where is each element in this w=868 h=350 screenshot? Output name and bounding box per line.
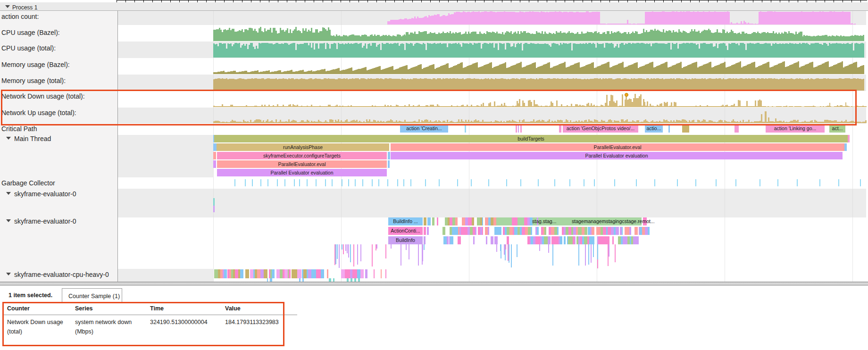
- slice[interactable]: [559, 125, 561, 133]
- slice-action-linking-go-[interactable]: action 'Linking go...: [766, 125, 825, 133]
- slice[interactable]: [848, 135, 850, 142]
- mini-slice[interactable]: [213, 198, 215, 206]
- slice[interactable]: [520, 125, 522, 133]
- slice[interactable]: [213, 152, 216, 159]
- collapse-triangle-icon: [6, 219, 11, 222]
- gc-tick: [387, 179, 388, 186]
- col-header-value[interactable]: Value: [225, 305, 241, 312]
- slice[interactable]: [427, 217, 431, 225]
- stack-hair: [418, 244, 419, 266]
- slice-parallel-evaluator-evaluation[interactable]: Parallel Evaluator evaluation: [217, 169, 387, 176]
- stack-hair: [597, 244, 598, 259]
- collapse-triangle-icon: [6, 273, 11, 275]
- stack-hair: [353, 244, 354, 267]
- gc-tick: [819, 179, 820, 186]
- gc-tick: [355, 179, 356, 186]
- gc-tick: [410, 179, 411, 186]
- slice[interactable]: [427, 227, 429, 235]
- cell-counter-line2: (total): [7, 328, 22, 335]
- slice[interactable]: [432, 217, 434, 225]
- slice-act-[interactable]: act...: [829, 125, 845, 133]
- gc-tick: [397, 179, 398, 186]
- tab-counter-sample[interactable]: Counter Sample (1): [62, 288, 122, 302]
- green-block-label: stagemanagemstagingcstage.remot...: [572, 218, 655, 224]
- slice[interactable]: [437, 217, 438, 225]
- track-label: Memory usage (total):: [1, 77, 66, 84]
- slice[interactable]: [213, 143, 217, 151]
- gc-tick: [299, 179, 300, 186]
- gc-tick: [284, 179, 285, 186]
- slice[interactable]: [388, 160, 390, 168]
- gc-tick: [860, 179, 861, 186]
- col-header-time[interactable]: Time: [150, 305, 164, 312]
- mini-slice[interactable]: [213, 206, 215, 212]
- slice-action-genobjcprotos-video-[interactable]: action 'GenObjcProtos video/...: [563, 125, 638, 133]
- track-label: Memory usage (Bazel):: [1, 61, 70, 68]
- col-header-series[interactable]: Series: [75, 305, 93, 312]
- slice[interactable]: [424, 217, 426, 225]
- sliver: [385, 269, 386, 278]
- stack-hair: [385, 244, 386, 258]
- gc-tick: [594, 179, 595, 186]
- slice[interactable]: [388, 152, 390, 159]
- slice-parallel-evaluator-evaluation[interactable]: Parallel Evaluator evaluation: [391, 152, 843, 159]
- header-divider: [3, 315, 297, 315]
- slice-action-creatin-[interactable]: action 'Creatin...: [400, 125, 448, 133]
- gc-tick: [372, 179, 373, 186]
- slice-buildinfo-[interactable]: BuildInfo ...: [388, 217, 423, 225]
- gc-tick: [520, 179, 521, 186]
- gc-tick: [488, 179, 489, 186]
- gc-tick: [569, 179, 570, 186]
- slice[interactable]: [668, 125, 670, 133]
- track-label: Main Thread: [14, 135, 51, 142]
- selected-sample-marker[interactable]: [625, 93, 628, 97]
- stack-hair: [593, 244, 594, 257]
- gc-tick: [735, 179, 736, 186]
- slice-buildinfo[interactable]: BuildInfo: [388, 236, 423, 244]
- slice[interactable]: [734, 125, 739, 133]
- slice-actionconti-[interactable]: ActionConti...: [388, 227, 423, 235]
- stack-hair: [391, 244, 392, 249]
- slice[interactable]: [213, 160, 216, 168]
- stack-hair: [335, 244, 336, 264]
- track-label: skyframe-evaluator-0: [14, 191, 76, 198]
- track-label: CPU usage (Bazel):: [1, 29, 60, 36]
- gc-tick: [267, 179, 268, 186]
- stack-hair: [517, 244, 517, 257]
- gc-tick: [425, 179, 426, 186]
- slice[interactable]: [682, 125, 689, 133]
- gc-tick: [348, 179, 349, 186]
- slice-parallelevaluator-eval[interactable]: ParallelEvaluator.eval: [217, 160, 387, 168]
- stack-hair: [372, 244, 373, 267]
- stack-hair: [608, 244, 609, 266]
- stack-hair: [591, 244, 592, 263]
- trace-viewer: { "accent": {"annotation_red": "#e8491c"…: [0, 0, 868, 350]
- stack-hair: [609, 244, 609, 257]
- gc-tick: [677, 179, 678, 186]
- horizontal-scrollbar[interactable]: [0, 282, 868, 285]
- slice-actio-[interactable]: actio...: [645, 125, 663, 133]
- slice[interactable]: [465, 125, 466, 133]
- slice[interactable]: [518, 125, 519, 133]
- slice-parallelevaluator-eval[interactable]: ParallelEvaluator.eval: [391, 143, 844, 151]
- pretrace-shade: [117, 135, 213, 177]
- stack-hair: [548, 244, 549, 253]
- stack-hair: [350, 244, 351, 262]
- slice[interactable]: [516, 125, 517, 133]
- gc-tick: [307, 179, 308, 186]
- gc-tick: [378, 179, 379, 186]
- slice-buildtargets[interactable]: buildTargets: [214, 135, 848, 142]
- track-label: Garbage Collector: [1, 180, 55, 187]
- stack-hair: [343, 244, 344, 254]
- track-label: Critical Path: [1, 125, 37, 133]
- slice[interactable]: [424, 227, 426, 235]
- col-header-counter[interactable]: Counter: [7, 305, 30, 312]
- cell-value: 184.1793113323983: [225, 319, 279, 325]
- slice[interactable]: [844, 143, 847, 151]
- slice-runanalysisphase[interactable]: runAnalysisPhase: [217, 143, 389, 151]
- gc-tick: [457, 179, 458, 186]
- slice[interactable]: [424, 236, 426, 244]
- stack-hair: [357, 244, 358, 265]
- slice-skyframeexecutor-configuretargets[interactable]: skyframeExecutor.configureTargets: [217, 152, 387, 159]
- cell-series-line2: (Mbps): [75, 328, 93, 335]
